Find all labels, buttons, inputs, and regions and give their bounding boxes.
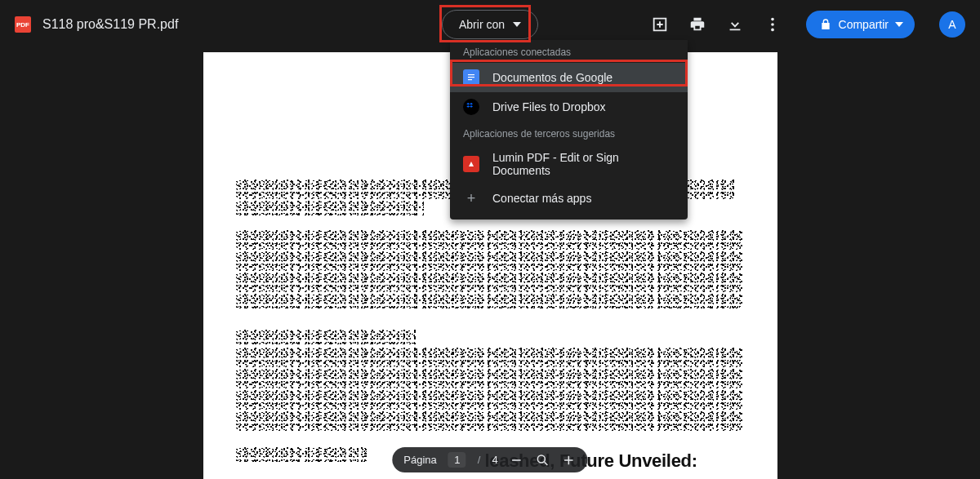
print-icon (688, 16, 706, 33)
more-actions-button[interactable] (764, 16, 782, 33)
svg-rect-4 (468, 74, 474, 75)
pager-total-pages: 4 (492, 454, 497, 466)
svg-point-1 (771, 23, 774, 26)
svg-rect-6 (468, 79, 472, 80)
dropdown-item-label: Drive Files to Dropbox (492, 100, 606, 113)
lock-icon (819, 18, 832, 31)
pager-current-page[interactable]: 1 (448, 452, 466, 468)
google-docs-icon (463, 69, 479, 86)
dropdown-item-label: Documentos de Google (492, 71, 612, 84)
dropdown-section-connected: Aplicaciones conectadas (450, 40, 688, 63)
plus-icon: + (463, 190, 479, 206)
open-with-button[interactable]: Abrir con (442, 10, 538, 39)
pager-label: Página (403, 454, 436, 466)
redacted-text (236, 411, 742, 431)
print-button[interactable] (688, 16, 706, 33)
chevron-down-icon (895, 22, 903, 27)
open-with-container: Abrir con (442, 10, 538, 39)
redacted-text (236, 230, 742, 250)
file-name: S118 pro&S119 PR.pdf (42, 17, 178, 32)
svg-rect-12 (568, 455, 570, 464)
redacted-text (236, 447, 367, 462)
share-button[interactable]: Compartir (806, 11, 915, 38)
dropdown-section-suggested: Aplicaciones de terceros sugeridas (450, 122, 688, 144)
page-navigator: Página 1 / 4 (392, 447, 587, 472)
dropdown-item-google-docs[interactable]: Documentos de Google (450, 63, 688, 92)
svg-rect-8 (512, 459, 521, 461)
download-button[interactable] (726, 16, 744, 33)
redacted-text (236, 201, 424, 215)
svg-rect-5 (468, 77, 474, 78)
share-label: Compartir (839, 18, 889, 31)
open-with-dropdown: Aplicaciones conectadas Documentos de Go… (450, 40, 688, 220)
plus-icon (562, 453, 577, 468)
redacted-text (236, 273, 742, 292)
redacted-text (236, 294, 742, 308)
dropdown-item-connect-more[interactable]: + Conectar más apps (450, 184, 688, 213)
zoom-out-button[interactable] (510, 453, 524, 468)
chevron-down-icon (513, 22, 521, 27)
svg-point-0 (771, 18, 774, 21)
svg-line-10 (545, 462, 548, 465)
download-icon (726, 16, 744, 33)
magnifier-icon (536, 453, 550, 468)
right-toolbar: Compartir A (651, 11, 965, 38)
dropdown-item-label: Lumin PDF - Edit or Sign Documents (492, 151, 675, 177)
zoom-reset-button[interactable] (536, 453, 550, 468)
lumin-pdf-icon (463, 156, 479, 172)
dropdown-item-label: Conectar más apps (492, 192, 591, 205)
open-with-label: Abrir con (459, 18, 505, 31)
redacted-text (236, 390, 742, 410)
redacted-text (236, 369, 742, 388)
svg-point-2 (771, 29, 774, 32)
dropdown-item-lumin[interactable]: Lumin PDF - Edit or Sign Documents (450, 144, 688, 184)
dropbox-icon (463, 99, 479, 115)
redacted-text (236, 251, 742, 271)
more-vert-icon (764, 16, 782, 33)
add-to-drive-button[interactable] (651, 16, 669, 33)
dropdown-item-dropbox[interactable]: Drive Files to Dropbox (450, 92, 688, 122)
svg-point-9 (538, 455, 546, 463)
pager-separator: / (478, 454, 481, 466)
minus-icon (510, 453, 524, 468)
add-to-drive-icon (651, 16, 669, 33)
redacted-text (236, 348, 742, 367)
redacted-text (236, 330, 416, 344)
zoom-in-button[interactable] (562, 453, 577, 468)
avatar[interactable]: A (939, 11, 965, 38)
pdf-file-icon: PDF (15, 16, 31, 33)
